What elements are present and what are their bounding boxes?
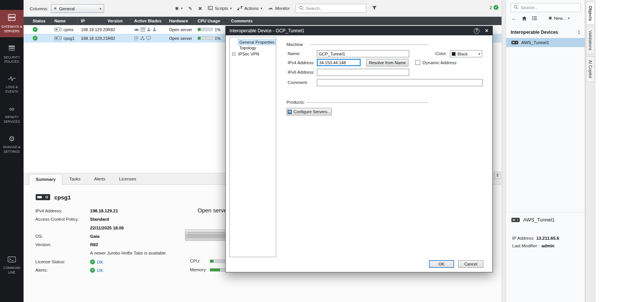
configure-servers-button[interactable]: Configure Servers... xyxy=(286,108,332,115)
tab-alerts[interactable]: Alerts xyxy=(87,174,112,184)
sidebar-item-logs-events[interactable]: LOGS & EVENTS xyxy=(0,72,24,98)
tab-summary[interactable]: Summary xyxy=(29,174,62,185)
field-value: 22/11/2025 18.06 xyxy=(90,226,124,230)
field-value: Gaia xyxy=(90,234,100,239)
name-cell: cpms xyxy=(51,25,78,34)
actions-icon xyxy=(237,6,242,11)
ipv6-input[interactable] xyxy=(317,69,409,76)
chevron-down-icon: ▾ xyxy=(181,6,183,10)
summary-field: IPv4 Address: 198.18.129.21 xyxy=(35,209,118,213)
sidebar-item-infinity-services[interactable]: ∞ INFINITY SERVICES xyxy=(0,101,24,128)
dialog-body: General Properties Topology + IPSec VPN … xyxy=(226,35,492,272)
tree-item-ipsec-vpn[interactable]: + IPSec VPN xyxy=(230,51,276,57)
sidebar-item-manage-settings[interactable]: ⚙ MANAGE & SETTINGS xyxy=(0,131,24,158)
close-icon[interactable]: ✕ xyxy=(485,28,489,33)
column-header[interactable]: Comments xyxy=(228,17,502,25)
new-object-button[interactable]: ✳ ▾ xyxy=(175,6,182,11)
search-input[interactable] xyxy=(306,6,363,11)
sidebar-item-command-line[interactable]: COMMAND LINE xyxy=(0,253,24,278)
gateway-device-icon xyxy=(54,27,62,32)
blade-icon xyxy=(147,27,151,32)
section-title: Interoperable Devices xyxy=(511,30,558,35)
panel-collapse-button[interactable]: ⇕ xyxy=(494,172,501,179)
blade-icon xyxy=(146,36,151,40)
tab-objects[interactable]: Objects xyxy=(586,2,595,25)
column-header[interactable]: CPU Usage xyxy=(195,17,228,25)
cancel-button[interactable]: Cancel xyxy=(458,260,483,268)
summary-field: Alerts: ✓ OK xyxy=(35,268,103,273)
license-status-link[interactable]: OK xyxy=(97,260,103,264)
tab-ai-copilot[interactable]: AI Copilot xyxy=(586,56,595,82)
ok-check-icon: ✓ xyxy=(494,5,498,10)
sidebar-item-label: LOGS & EVENTS xyxy=(1,85,23,94)
objects-search-input[interactable] xyxy=(521,5,578,10)
column-header[interactable]: Hardware xyxy=(166,17,195,25)
edit-button[interactable]: ✎ xyxy=(188,6,192,11)
tab-tasks[interactable]: Tasks xyxy=(62,174,87,184)
cpu-usage-value: 1% xyxy=(215,27,221,32)
column-header[interactable]: Version xyxy=(104,17,131,25)
panel-splitter[interactable] xyxy=(502,0,506,302)
tree-item-label: General Properties xyxy=(238,40,275,45)
field-label xyxy=(35,251,90,255)
appliance-icon xyxy=(35,193,51,201)
name-cell: cpsg1 xyxy=(51,34,78,43)
tab-licenses[interactable]: Licenses xyxy=(112,174,143,184)
version-cell: R82 xyxy=(104,25,131,34)
back-button[interactable]: ← xyxy=(511,15,517,21)
ipv4-input[interactable] xyxy=(317,59,361,66)
filter-button[interactable] xyxy=(372,6,377,11)
side-tab-strip: Objects Validations AI Copilot xyxy=(585,0,596,302)
modifier-label: Last Modifier : xyxy=(512,243,540,248)
sidebar-item-label: SECURITY POLICIES xyxy=(1,55,23,64)
policy-layers-icon xyxy=(8,45,16,53)
new-object-menu[interactable]: ✳ New... ▾ xyxy=(548,16,570,21)
cpu-cell: 1% xyxy=(195,34,228,43)
hardware-cell: Open server xyxy=(166,25,195,34)
column-header[interactable]: Status xyxy=(30,17,51,25)
name-input[interactable] xyxy=(317,50,409,57)
comment-label: Comment: xyxy=(288,80,308,85)
resolve-from-name-button[interactable]: Resolve from Name xyxy=(366,59,408,66)
color-value: Black xyxy=(457,52,468,56)
sidebar-item-security-policies[interactable]: SECURITY POLICIES xyxy=(0,41,24,68)
expand-plus-icon[interactable]: + xyxy=(232,52,236,56)
home-icon xyxy=(522,16,527,21)
list-view-button[interactable] xyxy=(532,16,537,21)
dialog-titlebar[interactable]: Interoperable Device - GCP_Tunnel1 ? ✕ xyxy=(226,26,492,35)
ok-button[interactable]: OK xyxy=(429,260,454,268)
nav-spacer xyxy=(0,161,24,253)
section-count: 1 xyxy=(578,30,580,35)
sidebar-item-gateways-servers[interactable]: GATEWAYS & SERVERS xyxy=(0,10,24,37)
list-item[interactable]: AWS_Tunnel1 xyxy=(506,38,585,47)
objects-section-header: Interoperable Devices 1 xyxy=(506,30,585,35)
list-icon xyxy=(532,16,537,21)
summary-field: License Status: ✓ OK xyxy=(35,259,103,264)
color-dropdown[interactable]: Black ▾ xyxy=(450,50,482,57)
field-label: Version: xyxy=(35,242,90,247)
sidebar-item-label: COMMAND LINE xyxy=(1,266,23,275)
column-header[interactable]: Active Blades xyxy=(131,17,166,25)
columns-profile-dropdown[interactable]: ✳ General ▾ xyxy=(51,4,104,13)
help-icon[interactable]: ? xyxy=(474,28,479,34)
alerts-status-link[interactable]: OK xyxy=(97,268,103,273)
dynamic-address-checkbox[interactable] xyxy=(415,60,420,65)
column-header[interactable]: Name xyxy=(51,17,78,25)
delete-button[interactable]: ✕ xyxy=(198,6,202,11)
tree-item-general-properties[interactable]: General Properties xyxy=(230,40,276,45)
comment-input[interactable] xyxy=(317,79,483,86)
activity-pulse-icon xyxy=(8,76,16,83)
gateway-count-value: 2 xyxy=(490,5,492,10)
home-button[interactable] xyxy=(522,16,527,21)
section-divider xyxy=(306,102,428,103)
scripts-menu[interactable]: Scripts ▾ xyxy=(208,6,232,11)
summary-field: Version: R82 xyxy=(35,242,98,247)
detail-modifier-row: Last Modifier : admin xyxy=(512,243,554,248)
column-header[interactable]: IP xyxy=(78,17,104,25)
actions-menu[interactable]: Actions ▾ xyxy=(237,6,262,11)
tab-validations[interactable]: Validations xyxy=(586,27,595,54)
tree-item-topology[interactable]: Topology xyxy=(230,45,276,51)
monitor-button[interactable]: Monitor xyxy=(268,6,290,11)
name-label: Name: xyxy=(288,51,301,56)
gateways-toolbar: Columns: ✳ General ▾ ✳ ▾ ✎ ✕ Scrip xyxy=(24,0,502,16)
